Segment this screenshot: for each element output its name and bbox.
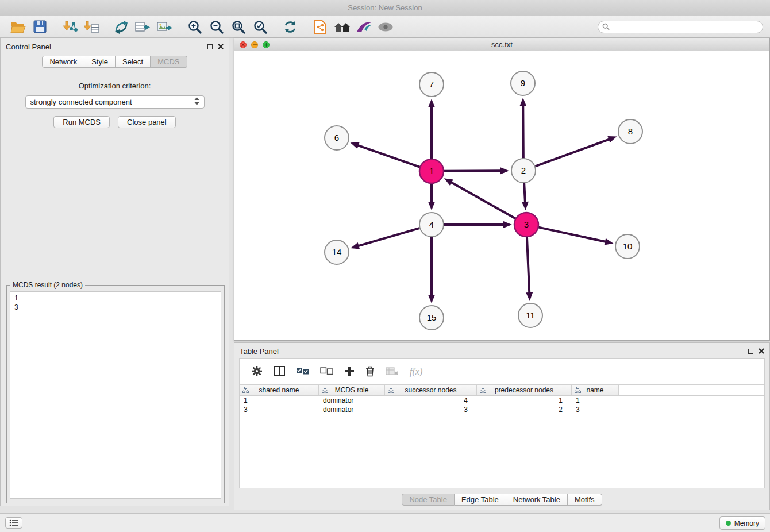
graph-node-label: 11	[526, 310, 535, 320]
new-network-icon	[114, 20, 129, 34]
attribute-type-icon	[242, 387, 249, 393]
tab-edge-table[interactable]: Edge Table	[455, 494, 506, 506]
graph-node-label: 7	[429, 79, 434, 89]
float-panel-icon[interactable]	[207, 44, 213, 49]
table-cell[interactable]: dominator	[319, 405, 385, 414]
graph-node-label: 14	[332, 247, 342, 257]
graph-edge-arrow	[503, 221, 512, 228]
tab-network[interactable]: Network	[42, 56, 84, 68]
column-header-predecessor-nodes[interactable]: predecessor nodes	[477, 385, 572, 395]
mcds-result-list: 1 3	[10, 291, 221, 499]
show-graphics-button[interactable]	[375, 18, 396, 36]
table-cell[interactable]: 1	[477, 396, 572, 405]
column-header-shared-name[interactable]: shared name	[240, 385, 319, 395]
zoom-window-icon[interactable]	[263, 41, 270, 48]
first-neighbors-button[interactable]	[331, 18, 353, 36]
table-column-headers: shared name MCDS role successor	[240, 384, 764, 396]
show-columns-button[interactable]	[274, 366, 285, 378]
criterion-dropdown[interactable]: strongly connected component	[25, 95, 205, 109]
table-cell[interactable]: 3	[572, 405, 619, 414]
zoom-in-button[interactable]	[184, 18, 206, 36]
export-image-button[interactable]	[154, 18, 176, 36]
table-cell[interactable]: 1	[572, 396, 619, 405]
graph-edge-3-10[interactable]	[539, 228, 606, 242]
network-view-window: scc.txt 7968124310141511	[234, 38, 770, 341]
graph-edge-arrow	[605, 238, 614, 245]
table-panel-header: Table Panel	[234, 343, 769, 359]
graph-node-label: 3	[524, 219, 529, 229]
control-panel-title: Control Panel	[6, 43, 51, 51]
toolbar-search[interactable]	[598, 21, 763, 33]
network-graph[interactable]: 7968124310141511	[234, 51, 769, 340]
graph-edge-2-8[interactable]	[536, 139, 610, 166]
table-cell[interactable]: 1	[240, 396, 319, 405]
import-network-icon	[61, 20, 78, 34]
memory-button[interactable]: Memory	[719, 516, 765, 530]
list-icon	[9, 519, 18, 526]
zoom-fit-button[interactable]	[228, 18, 249, 36]
table-row[interactable]: 1 dominator 4 1 1	[240, 396, 764, 405]
run-mcds-button[interactable]: Run MCDS	[53, 116, 110, 128]
search-input[interactable]	[613, 23, 759, 31]
table-cell[interactable]: dominator	[319, 396, 385, 405]
table-settings-button[interactable]	[251, 365, 263, 379]
zoom-out-icon	[209, 20, 224, 34]
zoom-out-button[interactable]	[206, 18, 228, 36]
select-all-columns-button[interactable]	[296, 367, 309, 377]
close-window-icon[interactable]	[240, 41, 247, 48]
tab-style[interactable]: Style	[84, 56, 116, 68]
network-canvas[interactable]: 7968124310141511	[234, 51, 769, 340]
graph-edge-1-2[interactable]	[444, 171, 502, 171]
optimization-criterion-label: Optimization criterion:	[1, 82, 229, 90]
table-panel: Table Panel	[234, 342, 770, 510]
import-network-button[interactable]	[59, 18, 80, 36]
new-network-button[interactable]	[110, 18, 132, 36]
network-file-button[interactable]	[309, 18, 331, 36]
column-header-successor-nodes[interactable]: successor nodes	[385, 385, 477, 395]
close-panel-button[interactable]: Close panel	[118, 116, 176, 128]
import-table-icon	[83, 20, 99, 34]
save-session-button[interactable]	[29, 18, 51, 36]
zoom-fit-icon	[231, 20, 246, 34]
open-session-button[interactable]	[7, 18, 29, 36]
tab-network-table[interactable]: Network Table	[506, 494, 568, 506]
column-header-name[interactable]: name	[572, 385, 619, 395]
gear-icon	[251, 365, 263, 377]
refresh-button[interactable]	[279, 18, 301, 36]
table-cell[interactable]: 3	[385, 405, 477, 414]
tab-node-table[interactable]: Node Table	[402, 494, 455, 506]
task-history-button[interactable]	[5, 517, 22, 529]
close-panel-icon[interactable]	[759, 348, 764, 354]
tab-select[interactable]: Select	[116, 56, 151, 68]
table-cell[interactable]: 3	[240, 405, 319, 414]
graph-edge-arrow	[522, 202, 529, 210]
tab-motifs[interactable]: Motifs	[568, 494, 602, 506]
table-row[interactable]: 3 dominator 3 2 3	[240, 405, 764, 414]
column-header-mcds-role[interactable]: MCDS role	[319, 385, 385, 395]
graph-edge-2-9[interactable]	[523, 105, 523, 158]
graph-edge-4-14[interactable]	[357, 228, 419, 246]
graph-edge-3-11[interactable]	[527, 237, 529, 294]
table-cell[interactable]: 4	[385, 396, 477, 405]
import-table-button[interactable]	[80, 18, 102, 36]
table-cell[interactable]: 2	[477, 405, 572, 414]
delete-column-button[interactable]	[365, 365, 375, 379]
graph-edge-2-3[interactable]	[524, 183, 525, 203]
delete-table-button[interactable]	[386, 367, 399, 377]
minimize-window-icon[interactable]	[251, 41, 258, 48]
network-window-titlebar[interactable]: scc.txt	[234, 38, 769, 51]
deselect-all-columns-button[interactable]	[320, 367, 333, 377]
create-column-button[interactable]	[344, 366, 355, 378]
graph-edge-arrow	[500, 167, 509, 174]
zoom-selected-button[interactable]	[249, 18, 271, 36]
open-folder-icon	[10, 21, 26, 33]
export-table-button[interactable]	[132, 18, 154, 36]
close-panel-icon[interactable]	[218, 44, 224, 49]
float-panel-icon[interactable]	[748, 349, 753, 354]
graph-edge-1-6[interactable]	[357, 145, 419, 167]
apply-style-button[interactable]	[353, 18, 375, 36]
tab-mcds[interactable]: MCDS	[151, 56, 187, 68]
function-builder-button[interactable]: f(x)	[410, 367, 422, 377]
graph-edge-3-1[interactable]	[451, 182, 515, 219]
network-file-icon	[314, 20, 327, 34]
